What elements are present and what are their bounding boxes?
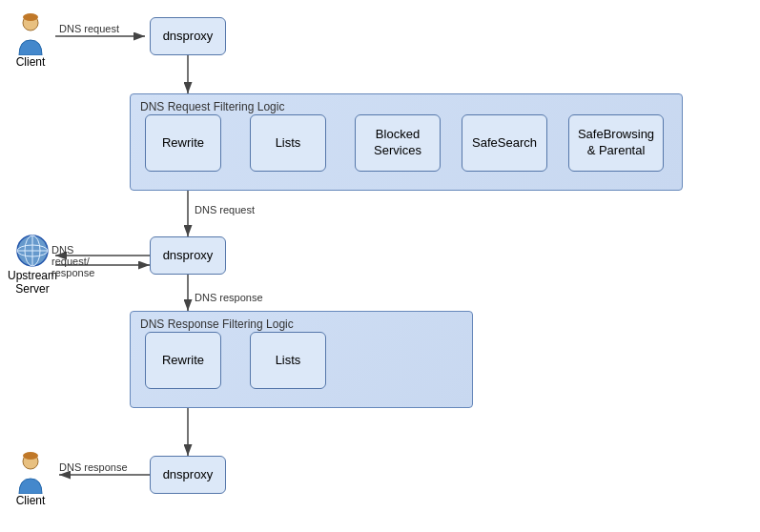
client-bot-person: Client bbox=[13, 452, 48, 507]
dnsproxy-top-box: dnsproxy bbox=[150, 17, 226, 55]
dnsproxy-mid-box: dnsproxy bbox=[150, 236, 226, 275]
lists-req-box: Lists bbox=[250, 114, 326, 172]
dns-response-bot-label: DNS response bbox=[59, 461, 128, 473]
upstream-label: Upstream Server bbox=[8, 269, 57, 296]
client-bot-label: Client bbox=[16, 494, 46, 507]
dns-req-resp-label: DNS request/ response bbox=[51, 244, 94, 278]
client-top-label: Client bbox=[16, 55, 46, 69]
blocked-services-box: Blocked Services bbox=[355, 114, 441, 172]
dns-response-mid-label: DNS response bbox=[195, 292, 263, 303]
safesearch-box: SafeSearch bbox=[462, 114, 547, 172]
safebrowsing-box: SafeBrowsing & Parental bbox=[568, 114, 664, 172]
upstream-server-globe: Upstream Server bbox=[8, 233, 57, 296]
rewrite-resp-box: Rewrite bbox=[145, 332, 221, 389]
client-top-person: Client bbox=[13, 13, 48, 69]
dnsproxy-bot-box: dnsproxy bbox=[150, 456, 226, 494]
rewrite-req-box: Rewrite bbox=[145, 114, 221, 172]
resp-filter-label: DNS Response Filtering Logic bbox=[140, 317, 294, 331]
diagram: Client DNS request dnsproxy DNS Request … bbox=[0, 0, 760, 532]
dns-request-mid-label: DNS request bbox=[195, 204, 255, 215]
lists-resp-box: Lists bbox=[250, 332, 326, 389]
arrows-overlay bbox=[0, 0, 760, 532]
dns-request-top-label: DNS request bbox=[59, 23, 119, 34]
svg-point-15 bbox=[23, 13, 38, 21]
svg-point-22 bbox=[23, 452, 38, 460]
req-filter-label: DNS Request Filtering Logic bbox=[140, 100, 284, 113]
